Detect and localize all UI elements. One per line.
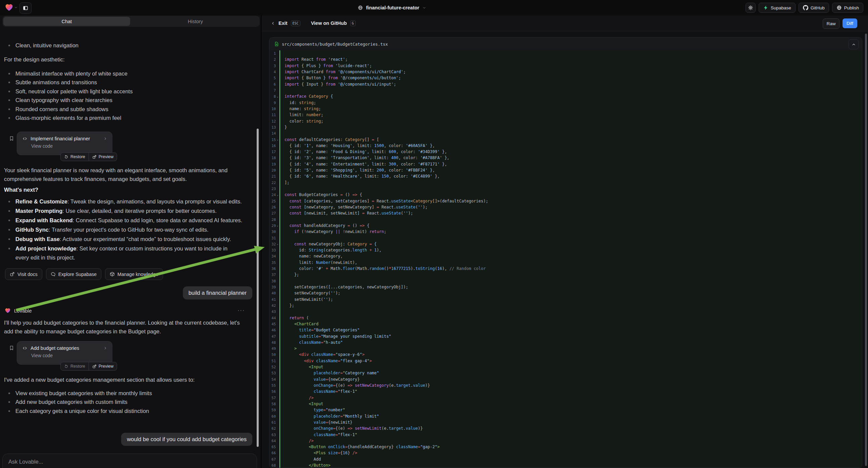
line-content: const [categories, setCategories] = Reac… bbox=[279, 198, 862, 204]
view-code-link[interactable]: View code bbox=[17, 351, 112, 358]
line-number: 12 bbox=[272, 119, 276, 123]
chat-scrollbar[interactable] bbox=[257, 128, 259, 447]
chat-paragraph: I'll help you add budget categories to t… bbox=[4, 318, 248, 336]
github-button[interactable]: GitHub bbox=[799, 3, 829, 13]
line-number: 5 bbox=[274, 76, 276, 80]
line-content: { id: '1', name: 'Housing', limit: 1500,… bbox=[279, 143, 862, 149]
code-line: 39 setCategories([...categories, newCate… bbox=[270, 284, 862, 290]
line-content: color: '#' + Math.floor(Math.random()*16… bbox=[279, 266, 862, 272]
panel-left-icon bbox=[23, 5, 28, 11]
line-gutter: 24⌄ bbox=[270, 192, 279, 198]
line-gutter: 53 bbox=[270, 370, 279, 376]
line-number: 33 bbox=[272, 248, 276, 252]
code-line: 8⌄interface Category { bbox=[270, 93, 862, 99]
diff-toggle-button[interactable]: Diff bbox=[842, 19, 857, 28]
chat-heading: What's next? bbox=[4, 187, 248, 193]
settings-button[interactable] bbox=[746, 3, 755, 13]
code-line: 54 value={newCategory} bbox=[270, 376, 862, 382]
fold-chevron-icon[interactable]: ⌄ bbox=[276, 194, 279, 196]
line-number: 47 bbox=[272, 334, 276, 339]
line-number: 62 bbox=[272, 427, 276, 430]
line-gutter: 19 bbox=[270, 161, 279, 167]
sidebar-toggle-button[interactable] bbox=[20, 2, 32, 14]
restore-button[interactable]: Restore bbox=[61, 153, 89, 161]
line-content: <Button onClick={handleAddCategory} clas… bbox=[279, 444, 862, 450]
line-content bbox=[279, 309, 862, 315]
restore-button[interactable]: Restore bbox=[61, 362, 89, 370]
chat-action-button-explore-supabase[interactable]: Explore Supabase bbox=[46, 268, 101, 280]
line-content bbox=[279, 50, 862, 56]
chevron-left-icon bbox=[271, 21, 275, 26]
list-item: GitHub Sync: Transfer your project's cod… bbox=[0, 225, 252, 235]
code-line: 49 > bbox=[270, 346, 862, 351]
project-selector[interactable]: financial-future-creator bbox=[358, 3, 426, 12]
supabase-button[interactable]: Supabase bbox=[758, 3, 796, 13]
preview-button[interactable]: Preview bbox=[89, 362, 117, 370]
line-content: > bbox=[279, 346, 862, 351]
code-line: 63 className="flex-1" bbox=[270, 431, 862, 437]
code-change-card-body[interactable]: Implement financial plannerView code bbox=[17, 131, 113, 155]
line-number: 56 bbox=[272, 389, 276, 393]
list-item: Clean, intuitive navigation bbox=[0, 41, 252, 50]
code-scrollbar[interactable] bbox=[865, 34, 867, 466]
chevron-down-icon[interactable] bbox=[14, 6, 18, 9]
code-line: 30 if (!newCategory || !newLimit) return… bbox=[270, 229, 862, 235]
raw-toggle-button[interactable]: Raw bbox=[823, 19, 839, 29]
fold-chevron-icon[interactable]: ⌄ bbox=[276, 95, 279, 98]
line-gutter: 43 bbox=[270, 309, 279, 315]
code-change-card-body[interactable]: Add budget categoriesView code bbox=[17, 341, 113, 364]
preview-button[interactable]: Preview bbox=[89, 153, 117, 161]
code-line: 46 title="Budget Categories" bbox=[270, 327, 862, 333]
code-content[interactable]: 12import React from 'react';3import { Pl… bbox=[270, 50, 862, 468]
line-number: 10 bbox=[272, 107, 276, 111]
fold-chevron-icon[interactable]: ⌄ bbox=[276, 242, 279, 245]
line-gutter: 38 bbox=[270, 278, 279, 284]
assistant-header: Lovable··· bbox=[5, 308, 256, 314]
line-number: 23 bbox=[272, 187, 276, 191]
card-title: Implement financial planner bbox=[31, 136, 100, 141]
code-line: 17 { id: '2', name: 'Food & Dining', lim… bbox=[270, 149, 862, 155]
line-gutter: 1 bbox=[270, 50, 279, 56]
knowledge-cube-icon bbox=[110, 272, 115, 276]
chat-action-button-manage-knowledge[interactable]: Manage knowledge bbox=[105, 268, 163, 280]
line-gutter: 25 bbox=[270, 198, 279, 204]
bullet-list: View existing budget categories with the… bbox=[0, 389, 252, 415]
file-header[interactable]: src/components/budget/BudgetCategories.t… bbox=[270, 38, 862, 51]
bookmark-icon[interactable] bbox=[9, 345, 14, 351]
line-content: type="number" bbox=[279, 407, 862, 413]
line-gutter: 40 bbox=[270, 290, 279, 296]
chat-input[interactable]: Ask Lovable... bbox=[8, 459, 43, 465]
user-message-bubble: would be cool if you could add budget ca… bbox=[121, 433, 252, 446]
chat-action-button-visit-docs[interactable]: Visit docs bbox=[5, 268, 42, 280]
line-gutter: 16 bbox=[270, 143, 279, 149]
external-link-icon bbox=[10, 272, 15, 276]
code-line: 41 setNewLimit(''); bbox=[270, 296, 862, 302]
bookmark-icon[interactable] bbox=[9, 136, 14, 141]
publish-button[interactable]: Publish bbox=[832, 3, 863, 13]
line-content: className="h-auto" bbox=[279, 340, 862, 346]
message-menu-button[interactable]: ··· bbox=[238, 308, 245, 314]
line-gutter: 27 bbox=[270, 210, 279, 216]
chat-paragraph: For the design aesthetic: bbox=[4, 55, 248, 64]
line-content: setCategories([...categories, newCategor… bbox=[279, 284, 862, 290]
line-number: 59 bbox=[272, 408, 276, 412]
view-code-link[interactable]: View code bbox=[17, 141, 112, 149]
exit-button[interactable]: Exit bbox=[278, 21, 287, 26]
fold-chevron-icon[interactable]: ⌄ bbox=[276, 138, 279, 141]
view-on-github-button[interactable]: View on GitHub bbox=[311, 21, 347, 26]
collapse-file-button[interactable] bbox=[848, 39, 859, 49]
line-number: 13 bbox=[272, 125, 276, 129]
line-content: id: string; bbox=[279, 100, 862, 106]
code-line: 42 }; bbox=[270, 302, 862, 309]
file-path: src/components/budget/BudgetCategories.t… bbox=[282, 41, 388, 47]
line-gutter: 4 bbox=[270, 69, 279, 75]
line-gutter: 63 bbox=[270, 431, 279, 437]
code-line: 6import { Input } from '@/components/ui/… bbox=[270, 81, 862, 87]
line-gutter: 52 bbox=[270, 364, 279, 370]
code-line: 16 { id: '1', name: 'Housing', limit: 15… bbox=[270, 143, 862, 149]
lovable-heart-icon[interactable] bbox=[5, 3, 13, 12]
line-number: 36 bbox=[272, 267, 276, 271]
line-gutter: 47 bbox=[270, 333, 279, 339]
code-line: 14 bbox=[270, 130, 862, 136]
fold-chevron-icon[interactable]: ⌄ bbox=[276, 224, 279, 227]
